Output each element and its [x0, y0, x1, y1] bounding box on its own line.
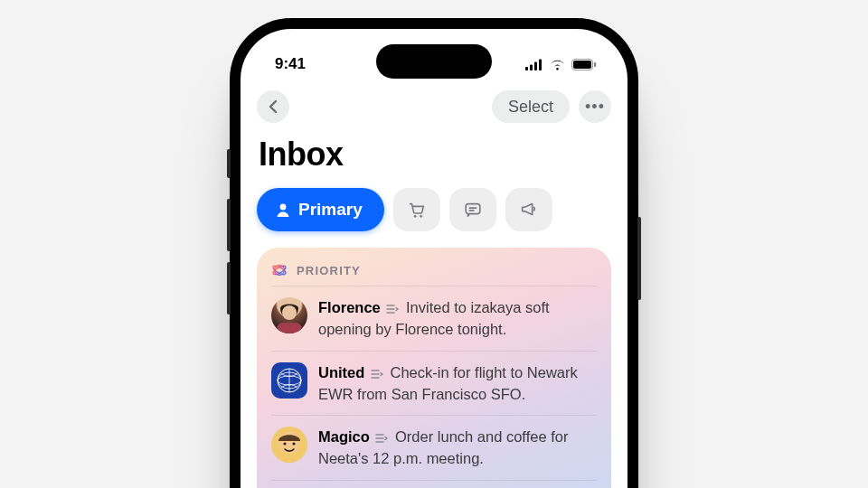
battery-icon	[571, 59, 597, 70]
svg-rect-5	[573, 61, 591, 69]
svg-rect-16	[277, 323, 302, 333]
summary-icon	[371, 364, 383, 384]
message-icon	[463, 200, 483, 220]
megaphone-icon	[519, 200, 539, 220]
svg-point-15	[282, 305, 297, 320]
cellular-icon	[525, 59, 543, 70]
priority-item[interactable]: Florence Invited to izakaya soft opening…	[271, 286, 597, 351]
priority-item-text: Magico Order lunch and coffee for Neeta'…	[318, 427, 597, 469]
tab-primary[interactable]: Primary	[257, 188, 384, 231]
svg-point-9	[420, 215, 422, 218]
phone-screen: 9:41	[241, 29, 627, 488]
tab-promotions[interactable]	[505, 188, 552, 231]
screenshot-stage: 9:41	[0, 0, 868, 488]
dynamic-island	[376, 44, 492, 79]
svg-rect-2	[534, 61, 537, 70]
phone-frame: 9:41	[230, 18, 638, 488]
side-button-power	[637, 217, 641, 300]
priority-section: PRIORITY Florence Invited to izakaya sof…	[257, 248, 611, 488]
side-button-volume-down	[227, 262, 231, 314]
tab-updates[interactable]	[449, 188, 496, 231]
priority-item[interactable]: United Check-in for flight to Newark EWR…	[271, 351, 597, 416]
priority-item[interactable]: Magico Order lunch and coffee for Neeta'…	[271, 415, 597, 480]
svg-rect-3	[539, 59, 542, 70]
more-button[interactable]: •••	[579, 90, 611, 123]
svg-point-21	[283, 442, 286, 445]
sender-name: Magico	[318, 428, 370, 445]
avatar	[271, 362, 307, 399]
priority-item[interactable]: Katie Contract for Michael Robinson's bo…	[271, 480, 597, 488]
page-title: Inbox	[259, 136, 611, 174]
svg-rect-0	[525, 67, 528, 70]
tab-transactions[interactable]	[393, 188, 440, 231]
tab-primary-label: Primary	[298, 200, 363, 220]
svg-rect-1	[530, 64, 533, 70]
side-button-volume-up	[227, 199, 231, 251]
chevron-left-icon	[268, 99, 278, 114]
sender-name: Florence	[318, 299, 381, 315]
svg-point-8	[414, 215, 417, 218]
avatar	[271, 427, 307, 463]
svg-rect-6	[594, 62, 596, 67]
nav-bar: Select •••	[257, 87, 611, 127]
side-button-silent	[227, 149, 231, 178]
category-tabs: Primary	[257, 188, 611, 231]
priority-item-text: United Check-in for flight to Newark EWR…	[318, 362, 597, 405]
wifi-icon	[549, 59, 566, 70]
cart-icon	[407, 200, 427, 220]
apple-intelligence-icon	[271, 262, 288, 278]
svg-point-22	[292, 442, 295, 445]
ellipsis-icon: •••	[585, 99, 605, 115]
priority-item-text: Florence Invited to izakaya soft opening…	[318, 297, 597, 340]
select-label: Select	[508, 98, 553, 117]
summary-icon	[386, 299, 399, 319]
back-button[interactable]	[257, 90, 289, 123]
svg-rect-10	[466, 204, 480, 214]
priority-label: PRIORITY	[297, 264, 361, 277]
status-time: 9:41	[275, 55, 306, 73]
avatar	[271, 297, 307, 333]
svg-point-7	[280, 204, 287, 211]
summary-icon	[375, 428, 388, 448]
sender-name: United	[318, 364, 364, 380]
select-button[interactable]: Select	[492, 90, 570, 123]
person-icon	[275, 202, 291, 218]
